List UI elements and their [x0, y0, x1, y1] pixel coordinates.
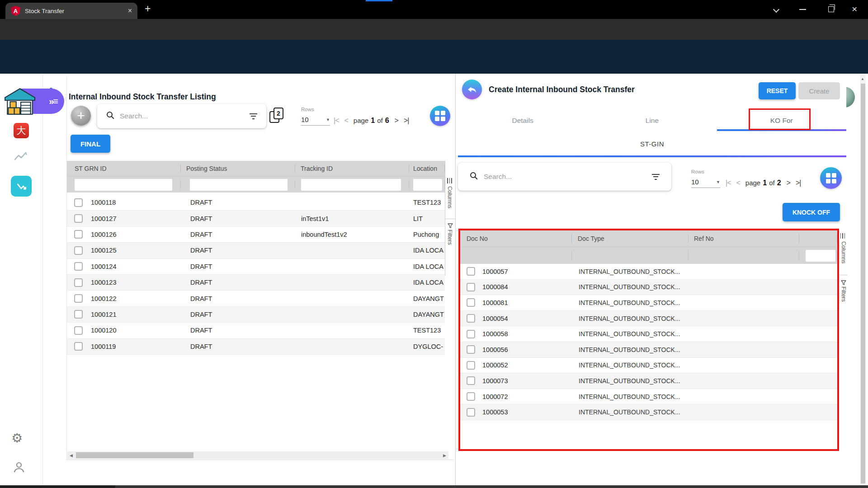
filters-side-tab[interactable]: Filters — [447, 230, 453, 245]
red-app-icon[interactable]: 大 — [14, 123, 29, 138]
row-checkbox[interactable] — [74, 342, 83, 351]
reset-button[interactable]: RESET — [759, 82, 796, 99]
ko-search-input[interactable] — [484, 173, 646, 181]
listing-table-row[interactable]: 1000121 DRAFT DAYANGT — [67, 307, 445, 323]
listing-table-row[interactable]: 1000124 DRAFT IDA LOCA — [67, 259, 445, 275]
tab-search-chevron-icon[interactable] — [774, 7, 778, 12]
ko-table-row[interactable]: 1000081 INTERNAL_OUTBOUND_STOCK... — [460, 295, 837, 311]
filters-side-tab[interactable]: Filters — [840, 286, 847, 302]
ko-table-row[interactable]: 1000054 INTERNAL_OUTBOUND_STOCK... — [460, 311, 837, 327]
ko-table-row[interactable]: 1000072 INTERNAL_OUTBOUND_STOCK... — [460, 389, 837, 405]
row-checkbox[interactable] — [467, 408, 475, 417]
listing-table-row[interactable]: 1000123 DRAFT IDA LOCA — [67, 275, 445, 291]
row-checkbox[interactable] — [467, 267, 475, 276]
browser-tab[interactable]: A Stock Transfer × — [5, 3, 137, 19]
row-checkbox[interactable] — [467, 392, 475, 401]
create-button[interactable]: Create — [798, 82, 840, 99]
listing-table-row[interactable]: 1000120 DRAFT TEST123 — [67, 323, 445, 338]
tab-ko-for[interactable]: KO For — [717, 117, 846, 125]
filter-st-grn-id-input[interactable] — [75, 179, 172, 191]
back-button[interactable] — [462, 80, 482, 99]
row-checkbox[interactable] — [467, 314, 475, 323]
window-restore-button[interactable] — [828, 6, 834, 12]
row-checkbox[interactable] — [467, 376, 475, 385]
scroll-right-icon[interactable]: ▶ — [443, 453, 446, 458]
column-header-location[interactable]: Location — [409, 161, 445, 176]
settings-gear-icon[interactable]: ⚙ — [11, 431, 23, 446]
row-checkbox[interactable] — [467, 298, 475, 307]
profile-person-icon[interactable] — [13, 461, 25, 475]
horizontal-scrollbar-thumb[interactable] — [76, 452, 193, 458]
ko-table-row[interactable]: 1000084 INTERNAL_OUTBOUND_STOCK... — [460, 280, 837, 296]
first-page-button[interactable]: |< — [726, 179, 731, 187]
column-header-doc-type[interactable]: Doc Type — [572, 230, 689, 247]
row-checkbox[interactable] — [467, 361, 475, 370]
grid-view-button[interactable] — [430, 106, 450, 126]
listing-table-row[interactable]: 1000125 DRAFT IDA LOCA — [67, 243, 445, 258]
ko-table-row[interactable]: 1000052 INTERNAL_OUTBOUND_STOCK... — [460, 358, 837, 374]
listing-table-row[interactable]: 1000118 DRAFT TEST123 — [67, 195, 445, 211]
row-checkbox[interactable] — [74, 278, 83, 287]
row-checkbox[interactable] — [74, 310, 83, 319]
line-chart-icon[interactable] — [14, 151, 28, 164]
page-scrollbar[interactable]: ▲ — [860, 74, 866, 485]
rows-per-page-select[interactable]: 10 ▼ — [301, 116, 330, 126]
tab-details[interactable]: Details — [458, 117, 587, 125]
scroll-left-icon[interactable]: ◀ — [70, 453, 73, 458]
add-record-button[interactable]: + — [71, 106, 91, 126]
row-checkbox[interactable] — [467, 283, 475, 291]
filter-input[interactable] — [806, 250, 835, 262]
filter-tracking-id-input[interactable] — [301, 179, 401, 191]
listing-search-input[interactable] — [120, 112, 244, 120]
prev-page-button[interactable]: < — [736, 179, 740, 187]
horizontal-scrollbar[interactable]: ◀ ▶ — [67, 451, 448, 459]
row-checkbox[interactable] — [74, 198, 83, 207]
page-scrollbar-thumb[interactable] — [861, 84, 865, 483]
filter-posting-status-input[interactable] — [190, 179, 288, 191]
prev-page-button[interactable]: < — [344, 117, 348, 125]
column-header-ref-no[interactable]: Ref No — [689, 230, 799, 247]
row-checkbox[interactable] — [467, 345, 475, 354]
tab-close-icon[interactable]: × — [128, 7, 132, 14]
search-filter-icon[interactable] — [652, 174, 660, 180]
warehouse-app-icon[interactable] — [3, 84, 37, 120]
duplicate-pages-icon[interactable]: 2 — [269, 108, 284, 124]
ko-grid-view-button[interactable] — [820, 167, 842, 189]
listing-table-row[interactable]: 1000126 DRAFT inboundTest1v2 Puchong — [67, 227, 445, 243]
listing-table-row[interactable]: 1000127 DRAFT inTest1v1 LIT — [67, 211, 445, 226]
columns-side-tab[interactable]: Columns — [840, 241, 847, 263]
ko-table-row[interactable]: 1000053 INTERNAL_OUTBOUND_STOCK... — [460, 404, 837, 420]
ko-table-row[interactable]: 1000058 INTERNAL_OUTBOUND_STOCK... — [460, 326, 837, 342]
window-close-button[interactable]: × — [852, 4, 857, 14]
ko-table-row[interactable]: 1000057 INTERNAL_OUTBOUND_STOCK... — [460, 264, 837, 280]
next-page-button[interactable]: > — [787, 179, 790, 187]
columns-side-tab[interactable]: Columns — [447, 186, 453, 208]
last-page-button[interactable]: >| — [404, 117, 409, 125]
ko-table-row[interactable]: 1000073 INTERNAL_OUTBOUND_STOCK... — [460, 373, 837, 389]
ko-search-box[interactable] — [458, 163, 671, 191]
window-minimize-button[interactable] — [799, 9, 806, 10]
row-checkbox[interactable] — [74, 262, 83, 271]
ko-table-row[interactable]: 1000056 INTERNAL_OUTBOUND_STOCK... — [460, 342, 837, 358]
last-page-button[interactable]: >| — [796, 179, 801, 187]
row-checkbox[interactable] — [74, 326, 83, 335]
filter-location-input[interactable] — [413, 179, 442, 191]
row-checkbox[interactable] — [467, 330, 475, 338]
active-app-icon[interactable] — [11, 176, 32, 197]
column-header-tracking-id[interactable]: Tracking ID — [295, 161, 409, 176]
ko-rows-per-page-select[interactable]: 10 ▼ — [691, 178, 720, 188]
new-tab-button[interactable]: + — [145, 3, 151, 15]
next-page-button[interactable]: > — [395, 117, 398, 125]
column-header-posting-status[interactable]: Posting Status — [181, 161, 295, 176]
first-page-button[interactable]: |< — [334, 117, 339, 125]
subtab-st-gin[interactable]: ST-GIN — [458, 140, 846, 148]
row-checkbox[interactable] — [74, 294, 83, 303]
row-checkbox[interactable] — [74, 246, 83, 255]
final-button[interactable]: FINAL — [71, 135, 110, 153]
tab-line[interactable]: Line — [587, 117, 717, 125]
knock-off-button[interactable]: KNOCK OFF — [783, 203, 840, 221]
search-filter-icon[interactable] — [250, 113, 257, 119]
column-header-st-grn-id[interactable]: ST GRN ID — [67, 161, 181, 176]
scroll-up-icon[interactable]: ▲ — [861, 77, 864, 81]
listing-search-box[interactable] — [97, 104, 266, 128]
